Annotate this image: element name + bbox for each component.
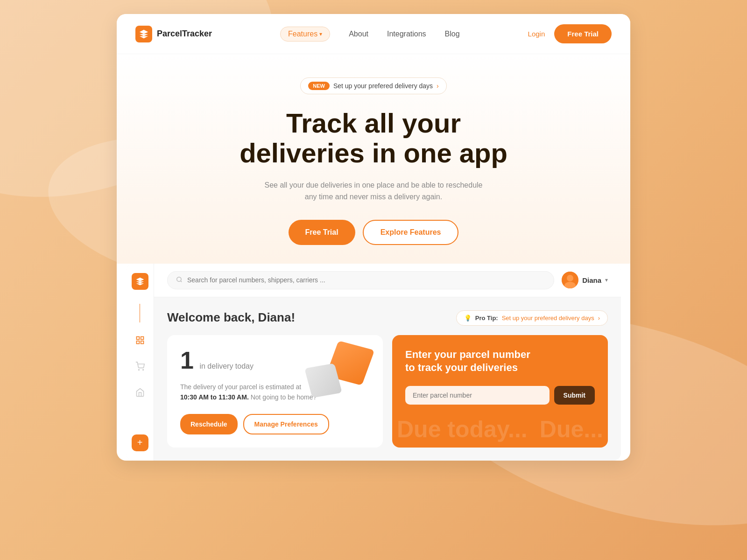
reschedule-button[interactable]: Reschedule [180,414,238,434]
search-box[interactable] [167,271,554,289]
search-icon [176,276,183,284]
track-bg-text-right: Due... [540,416,603,443]
nav-free-trial-button[interactable]: Free Trial [554,24,612,43]
delivery-card: 1 in delivery today The delivery of your… [167,335,383,448]
submit-button[interactable]: Submit [554,386,595,405]
delivery-time: 10:30 AM to 11:30 AM. [180,393,249,401]
main-card: ParcelTracker Features ▾ About Integrati… [117,14,630,461]
search-input[interactable] [187,276,545,284]
nav-actions: Login Free Trial [528,24,612,43]
pro-tip-icon: 💡 [464,315,472,322]
delivery-number: 1 [180,347,194,374]
welcome-text: Welcome back, Diana! [167,310,295,325]
user-chevron-icon: ▾ [605,277,608,283]
nav-links: Features ▾ About Integrations Blog [212,27,528,42]
hero-actions: Free Trial Explore Features [135,220,612,245]
hero-explore-button[interactable]: Explore Features [363,220,459,245]
welcome-row: Welcome back, Diana! 💡 Pro Tip: Set up y… [167,310,608,326]
page-container: ParcelTracker Features ▾ About Integrati… [107,0,640,475]
svg-point-5 [142,369,143,370]
delivery-actions: Reschedule Manage Preferences [180,414,370,434]
banner-chevron: › [437,82,439,90]
track-card: Enter your parcel number to track your d… [392,335,608,448]
sidebar-item-home[interactable] [132,384,148,401]
hero-banner[interactable]: NEW Set up your prefered delivery days › [300,77,447,94]
pro-tip-link[interactable]: Set up your prefered delivery days [502,315,594,322]
manage-preferences-button[interactable]: Manage Preferences [243,414,329,434]
parcel-number-input[interactable] [405,386,550,405]
nav-features[interactable]: Features ▾ [280,27,330,42]
nav-about[interactable]: About [349,30,368,38]
app-topbar: Diana ▾ [154,264,621,297]
hero-free-trial-button[interactable]: Free Trial [289,220,355,245]
svg-rect-2 [136,341,139,343]
navbar: ParcelTracker Features ▾ About Integrati… [117,14,630,54]
app-content: Welcome back, Diana! 💡 Pro Tip: Set up y… [154,297,621,461]
sidebar-item-dashboard[interactable] [132,332,148,349]
sidebar-item-deliveries[interactable] [132,358,148,375]
nav-integrations[interactable]: Integrations [387,30,426,38]
pro-tip-chevron: › [598,315,600,322]
hero-title: Track all your deliveries in one app [135,108,612,168]
box-decoration [308,344,369,400]
sidebar-logo [132,273,148,290]
new-badge: NEW [308,82,330,90]
svg-point-6 [177,277,181,281]
user-name: Diana [582,276,601,284]
logo-icon [135,26,152,42]
svg-point-4 [138,369,139,370]
login-button[interactable]: Login [528,30,545,38]
delivery-label: in delivery today [199,362,254,370]
app-demo: + [126,264,621,461]
pro-tip-banner[interactable]: 💡 Pro Tip: Set up your prefered delivery… [456,310,608,326]
track-title: Enter your parcel number to track your d… [405,348,595,375]
sidebar-add-button[interactable]: + [132,434,148,451]
avatar [562,272,578,288]
track-input-row: Submit [405,386,595,405]
cards-row: 1 in delivery today The delivery of your… [167,335,608,448]
sidebar-divider [140,304,140,322]
hero-subtitle: See all your due deliveries in one place… [261,179,486,203]
svg-rect-1 [141,336,143,339]
banner-text: Set up your prefered delivery days [333,82,433,90]
svg-point-8 [567,275,573,281]
app-sidebar: + [126,264,154,461]
track-bg-text-left: Due today... [397,416,528,443]
svg-rect-0 [136,336,139,339]
features-chevron: ▾ [319,31,322,37]
nav-blog[interactable]: Blog [445,30,460,38]
hero-section: NEW Set up your prefered delivery days ›… [117,54,630,264]
logo-area[interactable]: ParcelTracker [135,26,212,42]
app-main: Diana ▾ Welcome back, Diana! 💡 Pro Tip: … [154,264,621,461]
svg-rect-3 [141,341,143,343]
logo-text: ParcelTracker [157,29,212,39]
pro-tip-label: Pro Tip: [475,315,498,322]
user-area[interactable]: Diana ▾ [562,272,608,288]
